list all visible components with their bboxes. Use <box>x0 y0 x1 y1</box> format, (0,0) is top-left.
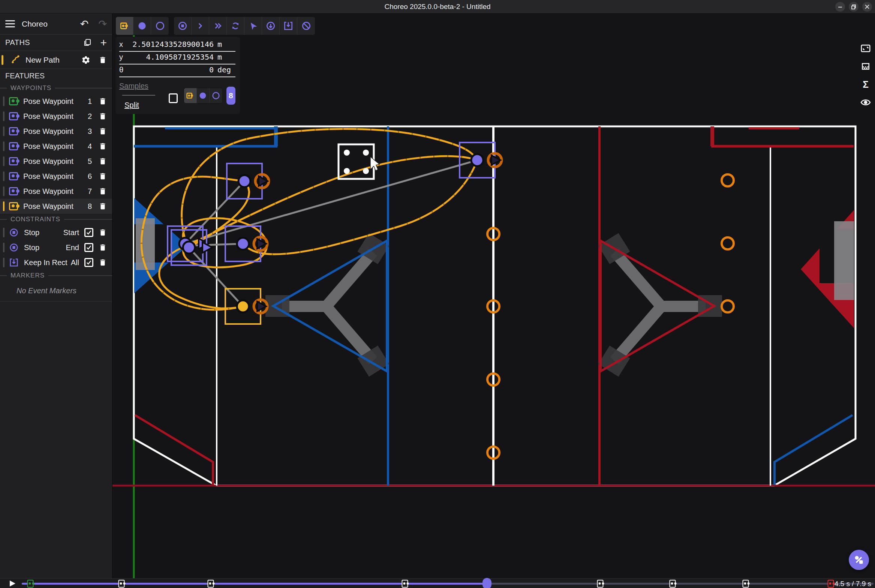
timeline-waypoint-marker[interactable] <box>208 580 214 588</box>
delete-waypoint-button[interactable] <box>99 142 107 150</box>
mini-empty-waypoint-button[interactable] <box>210 88 222 103</box>
mini-pose-waypoint-button[interactable] <box>184 88 197 103</box>
timeline-waypoint-marker[interactable] <box>118 580 124 588</box>
waypoint-dot[interactable] <box>237 300 249 312</box>
y-value-input[interactable]: 4.1095871925354 <box>127 52 214 62</box>
check-icon <box>86 230 92 236</box>
note-ring <box>722 300 734 312</box>
keep-out-tool[interactable] <box>297 17 315 35</box>
timeline-waypoint-marker[interactable] <box>597 580 603 588</box>
keep-in-circle-tool[interactable] <box>262 17 280 35</box>
delete-waypoint-button[interactable] <box>99 172 107 180</box>
redo-button[interactable]: ↷ <box>98 18 107 30</box>
mini-translation-waypoint-button[interactable] <box>197 88 210 103</box>
field-image-toggle[interactable] <box>859 42 872 55</box>
waypoint-dot[interactable] <box>237 238 249 250</box>
row-indicator <box>3 171 4 181</box>
theta-value-input[interactable]: 0 <box>127 65 214 74</box>
delete-constraint-button[interactable] <box>99 258 107 267</box>
grid-toggle[interactable] <box>859 60 872 73</box>
waypoint-row[interactable]: Pose Waypoint3 <box>0 124 112 139</box>
play-button[interactable] <box>10 580 15 586</box>
delete-path-button[interactable] <box>99 56 107 64</box>
red-source-line <box>135 415 213 485</box>
constraint-enabled-checkbox[interactable] <box>84 258 93 267</box>
timeline-waypoint-marker[interactable] <box>402 580 408 588</box>
delete-waypoint-button[interactable] <box>99 97 107 105</box>
visibility-toggle[interactable] <box>859 96 872 109</box>
point-at-tool[interactable] <box>244 17 262 35</box>
close-button[interactable] <box>862 2 872 12</box>
path-item[interactable]: New Path <box>0 51 112 69</box>
field-waypoint[interactable] <box>460 142 502 178</box>
empty-waypoint-tool[interactable] <box>151 17 169 35</box>
waypoint-row[interactable]: Pose Waypoint8 <box>0 199 112 214</box>
app-name: Choreo <box>22 20 80 28</box>
constraint-row[interactable]: Keep In RectAll <box>0 255 112 270</box>
restore-button[interactable] <box>849 2 859 12</box>
path-selected-bar <box>1 55 3 65</box>
field-canvas[interactable]: x 2.5012433528900146 m y 4.1095871925354… <box>112 14 875 578</box>
waypoint-row[interactable]: Pose Waypoint5 <box>0 154 112 169</box>
waypoint-index-badge[interactable]: 8 <box>226 87 235 105</box>
waypoint-row[interactable]: Pose Waypoint2 <box>0 109 112 124</box>
waypoint-row[interactable]: Pose Waypoint7 <box>0 184 112 199</box>
delete-waypoint-button[interactable] <box>99 157 107 165</box>
field-image-icon <box>860 43 871 54</box>
trash-icon <box>99 157 107 165</box>
red-speaker <box>801 210 854 328</box>
delete-waypoint-button[interactable] <box>99 187 107 195</box>
waypoint-dot[interactable] <box>238 175 250 187</box>
translation-waypoint-tool[interactable] <box>133 17 151 35</box>
constraint-enabled-checkbox[interactable] <box>84 243 93 252</box>
max-angular-velocity-tool[interactable] <box>227 17 244 35</box>
split-checkbox[interactable] <box>169 93 177 103</box>
keep-in-rectangle-tool[interactable] <box>280 17 297 35</box>
stop-point-tool[interactable] <box>174 17 192 35</box>
constraint-enabled-checkbox[interactable] <box>84 228 93 237</box>
trash-icon <box>99 243 107 252</box>
waypoint-inspector: x 2.5012433528900146 m y 4.1095871925354… <box>115 37 240 114</box>
timeline-waypoint-marker[interactable] <box>27 580 33 588</box>
pose-waypoint-icon <box>9 127 18 135</box>
split-button[interactable]: Split <box>124 101 139 110</box>
details-toggle[interactable]: Σ <box>859 78 872 91</box>
delete-waypoint-button[interactable] <box>99 202 107 210</box>
undo-button[interactable]: ↶ <box>80 18 89 30</box>
constraint-row[interactable]: StopEnd <box>0 240 112 255</box>
timeline-handle[interactable] <box>482 578 491 588</box>
add-path-button[interactable]: + <box>100 36 107 49</box>
delete-waypoint-button[interactable] <box>99 112 107 120</box>
max-velocity-tool[interactable] <box>192 17 209 35</box>
max-acceleration-tool[interactable] <box>209 17 227 35</box>
waypoint-dot[interactable] <box>471 154 483 166</box>
x-value-input[interactable]: 2.5012433528900146 <box>127 40 214 49</box>
waypoint-row[interactable]: Pose Waypoint4 <box>0 139 112 154</box>
pose-waypoint-icon <box>9 157 18 165</box>
waypoint-index: 1 <box>88 97 92 106</box>
waypoint-row[interactable]: Pose Waypoint1 <box>0 94 112 109</box>
timeline-waypoint-marker[interactable] <box>743 580 749 588</box>
constraint-scope: Start <box>63 228 79 237</box>
menu-icon[interactable] <box>5 20 15 27</box>
delete-constraint-button[interactable] <box>99 243 107 252</box>
trajectory-path[interactable] <box>141 129 477 310</box>
duplicate-path-button[interactable] <box>83 38 92 47</box>
row-indicator <box>3 201 4 211</box>
minimize-button[interactable] <box>835 2 845 12</box>
samples-label[interactable]: Samples <box>119 82 148 90</box>
waypoint-dot[interactable] <box>183 242 195 254</box>
delete-waypoint-button[interactable] <box>99 127 107 135</box>
copy-icon <box>83 38 92 47</box>
delete-constraint-button[interactable] <box>99 228 107 237</box>
constraint-row[interactable]: StopStart <box>0 225 112 240</box>
timeline-track[interactable] <box>22 583 874 585</box>
waypoint-row[interactable]: Pose Waypoint6 <box>0 169 112 184</box>
timeline-waypoint-marker[interactable] <box>828 580 834 588</box>
variables-fab[interactable] <box>849 550 869 570</box>
pose-waypoint-tool[interactable] <box>116 17 133 35</box>
path-settings-button[interactable] <box>81 56 90 64</box>
samples-input[interactable] <box>122 95 155 96</box>
timeline-waypoint-marker[interactable] <box>669 580 676 588</box>
close-icon <box>865 4 870 9</box>
